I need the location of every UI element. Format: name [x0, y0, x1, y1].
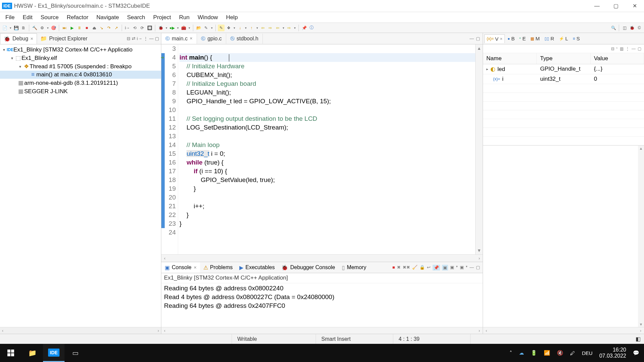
- target-icon[interactable]: 🎯: [50, 25, 57, 31]
- menu-window[interactable]: Window: [194, 13, 222, 22]
- scroll-right-icon[interactable]: ›: [479, 328, 480, 333]
- tab-variables[interactable]: (x)=V✕: [484, 34, 505, 43]
- step-filter-icon[interactable]: i→: [137, 36, 142, 41]
- tree-node-elf[interactable]: ▾ ⬚ Ex1_Blinky.elf: [0, 54, 161, 62]
- tab-expressions[interactable]: ᵉE: [517, 34, 528, 43]
- maximize-view-icon[interactable]: ▢: [476, 36, 480, 41]
- show-type-icon[interactable]: ᵗ: [616, 46, 618, 51]
- terminate-icon[interactable]: ■: [83, 25, 90, 31]
- save-all-icon[interactable]: 🗎: [20, 25, 27, 31]
- menu-help[interactable]: Help: [222, 13, 242, 22]
- scroll-left-icon[interactable]: ‹: [164, 256, 165, 261]
- dropdown-icon[interactable]: ▾: [46, 26, 49, 30]
- minimize-view-icon[interactable]: —: [632, 46, 636, 51]
- maximize-view-icon[interactable]: ▢: [155, 36, 159, 41]
- open-console-icon[interactable]: ▣: [460, 265, 464, 270]
- pin-icon[interactable]: 📌: [301, 25, 308, 31]
- dropdown-icon[interactable]: ▾: [282, 26, 285, 30]
- menu-file[interactable]: File: [1, 13, 18, 22]
- tab-debug[interactable]: 🐞 Debug ✕: [0, 33, 37, 44]
- twisty-icon[interactable]: ▾: [1, 47, 7, 52]
- scroll-right-icon[interactable]: ›: [640, 328, 641, 333]
- pen-icon[interactable]: 🖊: [570, 350, 575, 356]
- run-icon[interactable]: ●▶: [169, 25, 175, 31]
- last-edit-icon[interactable]: ⇦: [274, 25, 281, 31]
- editor-vscrollbar[interactable]: ▲ ▮ ▼: [475, 44, 483, 254]
- minimize-view-icon[interactable]: —: [470, 265, 474, 270]
- tab-console[interactable]: ▣ Console ✕: [161, 262, 200, 273]
- left-hscrollbar[interactable]: ‹›: [0, 327, 161, 334]
- menu-source[interactable]: Source: [37, 13, 63, 22]
- editor-tab-main[interactable]: ⓒ main.c ✕: [161, 34, 197, 44]
- word-wrap-icon[interactable]: ↩: [427, 265, 431, 270]
- info-icon[interactable]: ⓘ: [308, 25, 315, 31]
- restart-icon[interactable]: ⟲: [131, 25, 138, 31]
- dropdown-icon[interactable]: ▾: [188, 26, 191, 30]
- onedrive-icon[interactable]: ☁: [519, 350, 524, 356]
- tab-memory[interactable]: ▯ Memory: [338, 262, 370, 273]
- code-area[interactable]: int main() { // Initialize Hardware CUBE…: [178, 44, 475, 254]
- notifications-icon[interactable]: 💬: [633, 350, 639, 356]
- volume-icon[interactable]: 🔇: [557, 350, 563, 356]
- tab-sfr[interactable]: ≡S: [571, 34, 582, 43]
- wand-icon[interactable]: ✎: [203, 25, 209, 31]
- twisty-icon[interactable]: ▾: [17, 64, 23, 69]
- maximize-button[interactable]: ▢: [606, 0, 625, 12]
- toggle-mark-icon[interactable]: ❖: [225, 25, 232, 31]
- reset-icon[interactable]: ⟳: [139, 25, 146, 31]
- dropdown-icon[interactable]: ▾: [9, 26, 12, 30]
- tab-problems[interactable]: ⚠ Problems: [200, 262, 236, 273]
- wifi-icon[interactable]: 📶: [544, 350, 550, 356]
- dropdown-icon[interactable]: ▾: [456, 265, 458, 270]
- new-icon[interactable]: 📄: [1, 25, 8, 31]
- suspend-icon[interactable]: ⏸: [76, 25, 83, 31]
- debug-icon[interactable]: 🐞: [157, 25, 164, 31]
- tray-overflow-icon[interactable]: ˄: [510, 350, 512, 356]
- tab-modules[interactable]: ▦M: [528, 34, 542, 43]
- step-over-icon[interactable]: ↷: [106, 25, 112, 31]
- console-hscrollbar[interactable]: ‹›: [161, 327, 483, 334]
- perspective-c-icon[interactable]: ©: [636, 25, 643, 31]
- right-hscrollbar[interactable]: ‹›: [483, 327, 644, 334]
- skip-breakpoints-icon[interactable]: ⏭: [61, 25, 68, 31]
- column-header-type[interactable]: Type: [537, 53, 591, 64]
- chip-icon[interactable]: 🔲: [146, 25, 153, 31]
- scroll-right-icon[interactable]: ›: [479, 256, 480, 261]
- dropdown-icon[interactable]: ▾: [233, 26, 236, 30]
- next-annotation-icon[interactable]: ↓: [237, 25, 243, 31]
- language-indicator[interactable]: DEU: [582, 350, 593, 356]
- variables-table[interactable]: Name Type Value ▸◐led GPIO_Handle_t {...…: [483, 53, 644, 145]
- editor[interactable]: 3 4 5 6 7 8 9 10 11 12 13 14 15 16 17 18…: [161, 44, 483, 254]
- instruction-step-icon[interactable]: i→: [124, 25, 131, 31]
- detail-vscrollbar[interactable]: ▲▼: [638, 146, 644, 327]
- start-button[interactable]: [0, 344, 22, 362]
- editor-tab-stdbool[interactable]: ⓗ stdbool.h: [226, 34, 263, 44]
- twisty-icon[interactable]: ▾: [9, 56, 15, 61]
- scroll-left-icon[interactable]: ‹: [2, 328, 3, 333]
- menu-search[interactable]: Search: [123, 13, 149, 22]
- menu-edit[interactable]: Edit: [18, 13, 36, 22]
- dropdown-icon[interactable]: ▾: [244, 26, 247, 30]
- build-icon[interactable]: 🔨: [31, 25, 38, 31]
- scroll-down-icon[interactable]: ▼: [477, 248, 481, 253]
- tab-live[interactable]: ⚡L: [557, 34, 570, 43]
- back-icon[interactable]: ⇦: [259, 25, 266, 31]
- scroll-up-icon[interactable]: ▲: [477, 46, 481, 51]
- tab-breakpoints[interactable]: ●B: [506, 34, 517, 43]
- resume-icon[interactable]: ▶: [69, 25, 75, 31]
- external-tools-icon[interactable]: 🧰: [180, 25, 187, 31]
- status-updates-icon[interactable]: ◧: [630, 334, 644, 344]
- editor-hscrollbar[interactable]: ‹›: [161, 254, 483, 262]
- close-button[interactable]: ✕: [625, 0, 644, 12]
- collapse-icon[interactable]: ⊟: [127, 36, 130, 41]
- close-icon[interactable]: ✕: [500, 37, 502, 41]
- show-console-icon[interactable]: ▣: [442, 265, 448, 270]
- save-icon[interactable]: 💾: [13, 25, 19, 31]
- tab-registers[interactable]: ▯▯R: [542, 34, 556, 43]
- step-return-icon[interactable]: ↗: [113, 25, 120, 31]
- console-output[interactable]: Reading 64 bytes @ address 0x08002240 Re…: [161, 283, 483, 327]
- maximize-view-icon[interactable]: ▢: [476, 265, 480, 270]
- tab-executables[interactable]: ▶ Executables: [236, 262, 278, 273]
- minimize-view-icon[interactable]: —: [470, 36, 474, 41]
- pin-console-icon[interactable]: 📌: [433, 265, 440, 270]
